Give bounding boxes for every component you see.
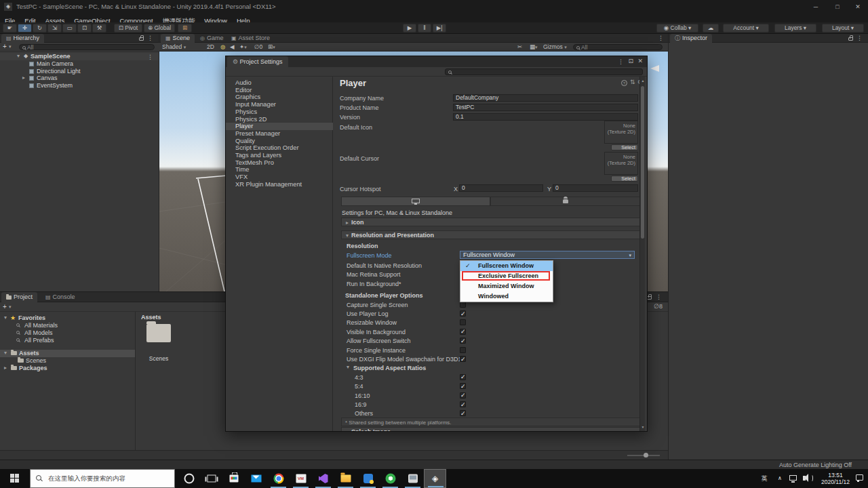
hierarchy-search-input[interactable]: All bbox=[19, 44, 155, 50]
grid-toggle-icon[interactable]: ⊞▾ bbox=[268, 43, 275, 51]
tab-inspector[interactable]: ⓘInspector bbox=[670, 34, 712, 43]
snap-settings-button[interactable]: ⊞ bbox=[178, 24, 192, 33]
16-9-checkbox[interactable] bbox=[460, 401, 466, 407]
setting-row-allow-fullscreen-switch[interactable]: Allow Fullscreen Switch bbox=[333, 336, 640, 345]
section-resolution-presentation[interactable]: ▾Resolution and Presentation bbox=[341, 230, 640, 239]
settings-category-xr-plugin-management[interactable]: XR Plugin Management bbox=[226, 181, 333, 188]
hidden-objects-icon[interactable]: ∅0 bbox=[254, 43, 262, 51]
rotate-tool-button[interactable]: ↻ bbox=[33, 24, 47, 33]
camera-settings-icon[interactable]: ▦▾ bbox=[530, 43, 538, 51]
setting-row-4-3[interactable]: 4:3 bbox=[333, 373, 640, 382]
visible-in-background-checkbox[interactable] bbox=[460, 329, 466, 335]
project-tree-packages[interactable]: ▸Packages bbox=[0, 365, 135, 372]
global-toggle-button[interactable]: ⊕ Global bbox=[144, 24, 175, 33]
foldout-icon[interactable]: ▾ bbox=[4, 350, 7, 357]
hierarchy-item-canvas[interactable]: ▸Canvas bbox=[0, 75, 159, 82]
hierarchy-item-eventsystem[interactable]: EventSystem bbox=[0, 82, 159, 89]
taskbar-mail-button[interactable] bbox=[245, 469, 267, 488]
hotspot-y-field[interactable]: 0 bbox=[553, 184, 638, 192]
kebab-menu-icon[interactable]: ⋮ bbox=[656, 293, 662, 302]
step-button[interactable]: ▶| bbox=[433, 24, 446, 33]
section-icon[interactable]: ▸Icon bbox=[341, 218, 640, 226]
settings-scrollbar[interactable]: ▲ ▼ bbox=[639, 77, 645, 431]
tab-game[interactable]: ◎Game bbox=[195, 34, 229, 43]
tools-icon[interactable]: ✂ bbox=[517, 43, 522, 51]
taskbar-app-blue-button[interactable] bbox=[357, 469, 379, 488]
16-10-checkbox[interactable] bbox=[460, 392, 466, 399]
default-icon-slot[interactable]: None(Texture 2D) bbox=[604, 121, 638, 144]
scroll-down-icon[interactable]: ▼ bbox=[640, 425, 646, 429]
foldout-icon[interactable]: ▾ bbox=[347, 364, 349, 370]
version-field[interactable]: 0.1 bbox=[453, 113, 638, 121]
create-dropdown-icon[interactable]: ▾ bbox=[9, 44, 12, 49]
tab-hierarchy[interactable]: ▤Hierarchy bbox=[1, 34, 44, 43]
others-checkbox[interactable] bbox=[460, 410, 466, 416]
settings-category-input-manager[interactable]: Input Manager bbox=[226, 101, 333, 108]
layout-dropdown[interactable]: Layout ▾ bbox=[822, 24, 864, 33]
taskbar-chrome-button[interactable] bbox=[267, 469, 290, 488]
company-name-field[interactable]: DefaultCompany bbox=[453, 94, 638, 102]
scene-gizmo-axis[interactable] bbox=[650, 65, 659, 72]
tab-scene[interactable]: ▦Scene bbox=[161, 34, 195, 43]
settings-category-audio[interactable]: Audio bbox=[226, 79, 333, 87]
foldout-icon[interactable]: ▾ bbox=[17, 53, 20, 60]
transform-tool-button[interactable]: ⊡ bbox=[77, 24, 92, 33]
taskbar-app-gray-button[interactable] bbox=[401, 469, 424, 488]
settings-category-graphics[interactable]: Graphics bbox=[226, 94, 333, 101]
kebab-menu-icon[interactable]: ⋮ bbox=[658, 34, 664, 43]
taskbar-store-button[interactable] bbox=[222, 469, 245, 488]
foldout-icon[interactable]: ▾ bbox=[4, 314, 7, 322]
taskbar-search-input[interactable]: 在这里输入你要搜索的内容 bbox=[30, 469, 175, 488]
settings-category-time[interactable]: Time bbox=[226, 166, 333, 174]
scale-tool-button[interactable]: ⇲ bbox=[47, 24, 62, 33]
audio-toggle-icon[interactable]: ◀ bbox=[230, 43, 235, 51]
create-object-button[interactable]: + bbox=[3, 43, 7, 50]
settings-window-tab[interactable]: ⚙ Project Settings bbox=[227, 56, 288, 67]
help-icon[interactable]: ? bbox=[621, 80, 627, 86]
start-button[interactable] bbox=[0, 469, 30, 488]
pause-button[interactable]: ‖ bbox=[418, 24, 431, 33]
hierarchy-item-main-camera[interactable]: Main Camera bbox=[0, 60, 159, 68]
settings-category-physics-2d[interactable]: Physics 2D bbox=[226, 116, 333, 123]
scene-search-input[interactable]: All bbox=[573, 44, 663, 50]
setting-row-16-10[interactable]: 16:10 bbox=[333, 391, 640, 400]
platform-tab-standalone[interactable] bbox=[341, 197, 490, 206]
product-name-field[interactable]: TestPC bbox=[453, 104, 638, 111]
rect-tool-button[interactable]: ▭ bbox=[62, 24, 77, 33]
2d-toggle-button[interactable]: 2D bbox=[207, 43, 214, 51]
collab-button[interactable]: ◉ Collab ▾ bbox=[656, 24, 698, 33]
taskbar-vmware-button[interactable]: VM bbox=[290, 469, 312, 488]
setting-row-use-dxgi-flip-model-swapchain-for-d3d11[interactable]: Use DXGI Flip Model Swapchain for D3D11 bbox=[333, 354, 640, 363]
lock-icon[interactable] bbox=[647, 296, 652, 300]
hidden-packages-toggle[interactable]: ∅8 bbox=[654, 303, 663, 310]
taskbar-app-green-button[interactable] bbox=[379, 469, 401, 488]
default-icon-select-button[interactable]: Select bbox=[611, 144, 638, 150]
maximize-button[interactable]: □ bbox=[830, 2, 845, 12]
use-player-log-checkbox[interactable] bbox=[460, 310, 466, 317]
favorites-item-all-models[interactable]: All Models bbox=[0, 329, 135, 337]
scene-root-row[interactable]: ▾ ◆ SampleScene ⋮ bbox=[0, 53, 159, 60]
force-single-instance-checkbox[interactable] bbox=[460, 347, 466, 353]
hotspot-x-field[interactable]: 0 bbox=[459, 184, 543, 192]
section-splash-image[interactable]: ▸Splash Image bbox=[341, 427, 640, 432]
settings-category-physics[interactable]: Physics bbox=[226, 108, 333, 116]
tab-console[interactable]: ▤Console bbox=[41, 292, 80, 302]
custom-tool-button[interactable]: ⚒ bbox=[92, 24, 106, 33]
kebab-menu-icon[interactable]: ⋮ bbox=[856, 34, 863, 43]
settings-category-textmesh-pro[interactable]: TextMesh Pro bbox=[226, 159, 333, 167]
create-asset-button[interactable]: + bbox=[3, 303, 7, 310]
setting-row-others[interactable]: Others bbox=[333, 409, 640, 418]
tab-project[interactable]: Project bbox=[1, 292, 37, 302]
settings-category-quality[interactable]: Quality bbox=[226, 138, 333, 145]
gizmos-dropdown[interactable]: Gizmos ▾ bbox=[543, 43, 567, 51]
play-button[interactable]: ▶ bbox=[403, 24, 416, 33]
taskbar-cortana-button[interactable] bbox=[178, 469, 200, 488]
kebab-menu-icon[interactable]: ⋮ bbox=[147, 34, 153, 43]
create-dropdown-icon[interactable]: ▾ bbox=[9, 304, 12, 310]
auto-generate-lighting-status[interactable]: Auto Generate Lighting Off bbox=[779, 462, 852, 468]
setting-row-16-9[interactable]: 16:9 bbox=[333, 400, 640, 409]
default-cursor-select-button[interactable]: Select bbox=[611, 176, 638, 182]
action-center-button[interactable] bbox=[856, 469, 867, 488]
kebab-menu-icon[interactable]: ⋮ bbox=[618, 58, 624, 66]
fullscreen-mode-dropdown[interactable]: Fullscreen Window▾ bbox=[460, 251, 635, 259]
